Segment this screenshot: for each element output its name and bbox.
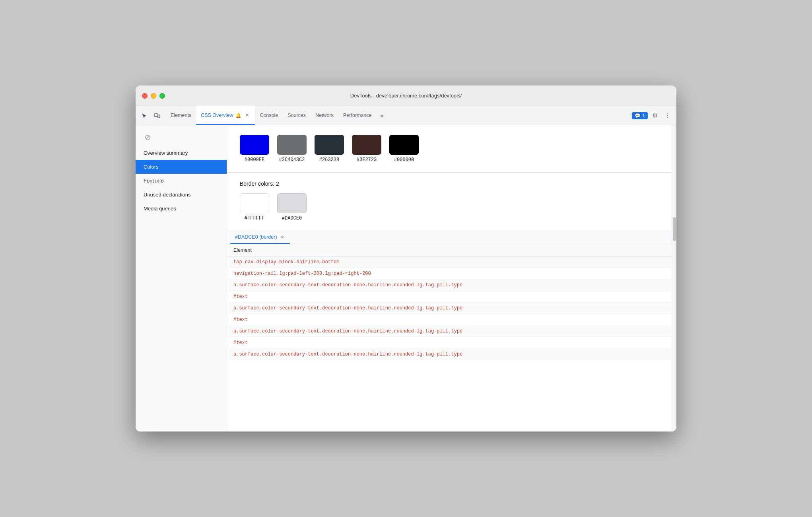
- color-swatch-0[interactable]: [240, 135, 269, 155]
- color-swatch-2[interactable]: [315, 135, 344, 155]
- sidebar-item-overview-summary[interactable]: Overview summary: [136, 146, 227, 160]
- cursor-icon[interactable]: [139, 110, 150, 121]
- sidebar-item-font-info-label: Font info: [144, 178, 164, 184]
- element-row-3[interactable]: #text: [227, 291, 672, 303]
- element-tabs: #DADCE0 (border) ✕: [227, 231, 672, 244]
- color-label-1: #3C4043C2: [279, 157, 305, 163]
- tab-elements[interactable]: Elements: [166, 106, 196, 125]
- element-tab-close[interactable]: ✕: [280, 234, 285, 240]
- color-label-0: #0000EE: [245, 157, 264, 163]
- tab-network[interactable]: Network: [311, 106, 338, 125]
- sidebar-item-unused-declarations[interactable]: Unused declarations: [136, 188, 227, 202]
- settings-icon[interactable]: ⚙: [649, 110, 660, 121]
- tab-css-overview[interactable]: CSS Overview 🔔 ✕: [196, 106, 255, 125]
- minimize-button[interactable]: [151, 93, 156, 99]
- element-row-2[interactable]: a.surface.color-secondary-text.decoratio…: [227, 280, 672, 291]
- sidebar-item-unused-declarations-label: Unused declarations: [144, 192, 191, 198]
- element-row-8[interactable]: a.surface.color-secondary-text.decoratio…: [227, 349, 672, 360]
- sidebar-item-colors-label: Colors: [144, 164, 159, 170]
- window-title: DevTools - developer.chrome.com/tags/dev…: [350, 93, 462, 99]
- color-swatch-item-3: #3E2723: [352, 135, 381, 163]
- warning-icon: 🔔: [235, 113, 241, 118]
- scrollbar[interactable]: [672, 125, 676, 431]
- color-label-3: #3E2723: [357, 157, 377, 163]
- sidebar-item-font-info[interactable]: Font info: [136, 174, 227, 188]
- border-colors-heading: Border colors: 2: [240, 181, 659, 187]
- tabs-list: Elements CSS Overview 🔔 ✕ Console Source…: [166, 106, 632, 125]
- border-swatch-1[interactable]: [277, 193, 307, 213]
- scrollbar-thumb: [673, 217, 676, 241]
- element-row-0[interactable]: top-nav.display-block.hairline-bottom: [227, 257, 672, 268]
- tab-sources[interactable]: Sources: [283, 106, 311, 125]
- border-swatch-item-0: #FFFFFF: [240, 193, 269, 221]
- element-tab-label: #DADCE0 (border): [235, 234, 277, 240]
- notification-count: 1: [642, 113, 645, 119]
- element-table-header: Element: [227, 244, 672, 257]
- disabled-icon: ⊘: [142, 132, 153, 143]
- notification-icon: 💬: [635, 113, 641, 119]
- panel-content: #0000EE #3C4043C2 #263238 #3E2723: [227, 125, 672, 431]
- border-color-label-1: #DADCE0: [282, 216, 302, 221]
- tab-sources-label: Sources: [288, 113, 306, 118]
- border-swatch-item-1: #DADCE0: [277, 193, 307, 221]
- color-swatch-1[interactable]: [277, 135, 307, 155]
- sidebar: ⊘ Overview summary Colors Font info Unus…: [136, 125, 227, 431]
- color-swatch-4[interactable]: [389, 135, 419, 155]
- tab-css-overview-label: CSS Overview: [201, 113, 233, 118]
- border-colors-section: Border colors: 2 #FFFFFF #DADCE0: [227, 173, 672, 231]
- element-row-1[interactable]: navigation-rail.lg:pad-left-200.lg:pad-r…: [227, 268, 672, 280]
- svg-rect-0: [154, 114, 158, 117]
- element-table: top-nav.display-block.hairline-bottom na…: [227, 257, 672, 431]
- devtools-window: DevTools - developer.chrome.com/tags/dev…: [136, 86, 676, 431]
- tab-console-label: Console: [260, 113, 278, 118]
- maximize-button[interactable]: [159, 93, 165, 99]
- border-color-label-0: #FFFFFF: [245, 216, 264, 221]
- svg-rect-1: [158, 115, 160, 118]
- text-colors-section: #0000EE #3C4043C2 #263238 #3E2723: [227, 125, 672, 173]
- element-row-7[interactable]: #text: [227, 337, 672, 349]
- tab-css-overview-close[interactable]: ✕: [244, 112, 250, 119]
- sidebar-item-overview-summary-label: Overview summary: [144, 150, 188, 156]
- color-swatch-item-1: #3C4043C2: [277, 135, 307, 163]
- traffic-lights: [142, 93, 165, 99]
- border-color-swatches: #FFFFFF #DADCE0: [240, 193, 659, 221]
- notification-badge[interactable]: 💬 1: [632, 112, 648, 119]
- tab-performance[interactable]: Performance: [338, 106, 377, 125]
- tab-performance-label: Performance: [343, 113, 372, 118]
- tab-console[interactable]: Console: [255, 106, 283, 125]
- color-swatch-item-2: #263238: [315, 135, 344, 163]
- tab-bar: Elements CSS Overview 🔔 ✕ Console Source…: [136, 106, 676, 125]
- sidebar-item-media-queries-label: Media queries: [144, 206, 176, 212]
- element-tab-dadce0[interactable]: #DADCE0 (border) ✕: [230, 231, 290, 244]
- title-bar: DevTools - developer.chrome.com/tags/dev…: [136, 86, 676, 106]
- tab-bar-left-icons: [139, 106, 163, 125]
- sidebar-item-colors[interactable]: Colors: [136, 160, 227, 174]
- border-swatch-0[interactable]: [240, 193, 269, 213]
- tab-network-label: Network: [315, 113, 334, 118]
- sidebar-item-media-queries[interactable]: Media queries: [136, 202, 227, 216]
- element-row-4[interactable]: a.surface.color-secondary-text.decoratio…: [227, 303, 672, 314]
- color-label-4: #000000: [394, 157, 414, 163]
- tab-bar-right: 💬 1 ⚙ ⋮: [632, 106, 673, 125]
- more-tabs-icon[interactable]: »: [377, 110, 388, 121]
- color-swatch-item-0: #0000EE: [240, 135, 269, 163]
- color-swatch-3[interactable]: [352, 135, 381, 155]
- color-swatch-item-4: #000000: [389, 135, 419, 163]
- color-label-2: #263238: [319, 157, 339, 163]
- close-button[interactable]: [142, 93, 148, 99]
- element-panel: #DADCE0 (border) ✕ Element top-nav.displ…: [227, 231, 672, 431]
- element-row-5[interactable]: #text: [227, 314, 672, 326]
- text-color-swatches: #0000EE #3C4043C2 #263238 #3E2723: [240, 135, 659, 163]
- more-options-icon[interactable]: ⋮: [662, 110, 673, 121]
- element-row-6[interactable]: a.surface.color-secondary-text.decoratio…: [227, 326, 672, 337]
- main-content: ⊘ Overview summary Colors Font info Unus…: [136, 125, 676, 431]
- tab-elements-label: Elements: [171, 113, 191, 118]
- device-toggle-icon[interactable]: [152, 110, 163, 121]
